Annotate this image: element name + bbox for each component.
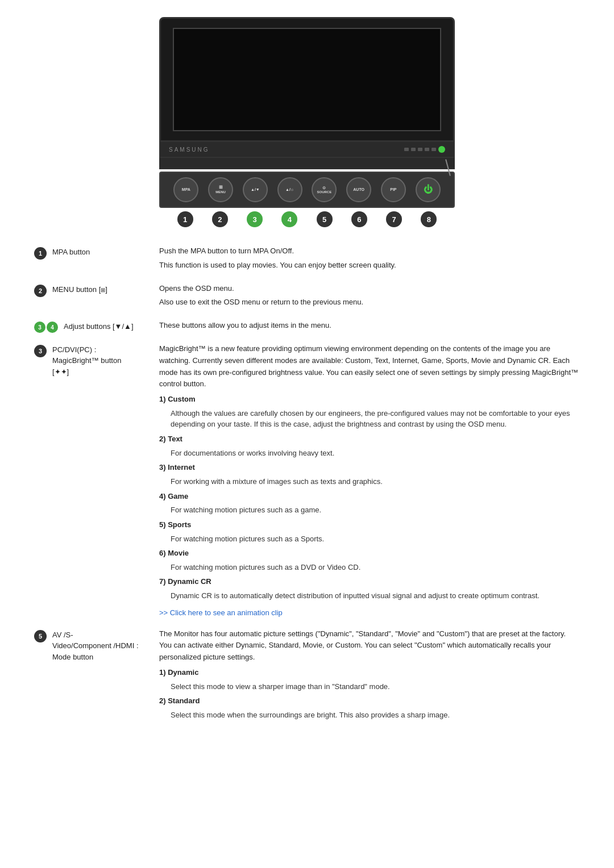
subitem-text-desc: For documentations or works involving he…: [171, 448, 580, 459]
menu-desc-1: Opens the OSD menu.: [159, 283, 580, 295]
bullet-3: 3: [34, 322, 45, 333]
avmode-standard-label: 2) Standard: [159, 695, 580, 707]
pip-label: PIP: [390, 187, 396, 192]
power-button[interactable]: ⏻: [416, 177, 441, 202]
menu-button[interactable]: ⊞ MENU: [208, 177, 233, 202]
source-icon: ⊙: [322, 186, 326, 190]
monitor-bezel-bottom: SAMSUNG: [159, 142, 455, 158]
mpa-button[interactable]: MPA: [173, 177, 198, 202]
entry-adjust-left: 3 4 Adjust buttons [▼/▲]: [34, 320, 159, 333]
mpa-desc: Push the MPA button to turn MPA On/Off. …: [159, 245, 580, 274]
adjust-label: ▲/▼: [251, 187, 260, 192]
light-3: [418, 148, 422, 151]
magicbright-button[interactable]: ▲/☼: [277, 177, 302, 202]
bullet-2: 2: [34, 285, 47, 297]
entry-avmode: 5 AV /S-Video/Component /HDMI :Mode butt…: [34, 628, 580, 723]
magicbright-label: ▲/☼: [285, 187, 294, 192]
entry-adjust: 3 4 Adjust buttons [▼/▲] These buttons a…: [34, 320, 580, 334]
subitem-dynamiccr-desc: Dynamic CR is to automatically detect di…: [171, 590, 580, 602]
magicbright-intro: MagicBright™ is a new feature providing …: [159, 343, 580, 390]
bullet-4: 4: [47, 322, 58, 333]
avmode-desc: The Monitor has four automatic picture s…: [159, 628, 580, 723]
num-4: 4: [281, 211, 297, 227]
monitor-wrapper: SAMSUNG MPA ⊞: [159, 17, 455, 228]
light-6: [438, 146, 445, 153]
light-1: [404, 148, 409, 151]
bullet-1: 1: [34, 247, 47, 260]
numbers-row: 1 2 3 4 5 6 7 8: [159, 208, 455, 228]
entry-menu: 2 MENU button [⊞] Opens the OSD menu. Al…: [34, 283, 580, 311]
monitor-screen: [173, 28, 442, 131]
menu-title: MENU button [⊞]: [52, 284, 107, 295]
animation-link[interactable]: >> Click here to see an animation clip: [159, 607, 283, 619]
bullet-5: 5: [34, 630, 47, 642]
menu-icon: ⊞: [219, 185, 223, 190]
avmode-title: AV /S-Video/Component /HDMI :Mode button: [52, 629, 139, 663]
avmode-standard-desc: Select this mode when the surroundings a…: [171, 710, 580, 721]
entry-avmode-left: 5 AV /S-Video/Component /HDMI :Mode butt…: [34, 628, 159, 663]
bullet-3b: 3: [34, 345, 47, 357]
monitor-lights: [404, 146, 445, 153]
adjust-button[interactable]: ▲/▼: [243, 177, 268, 202]
power-icon: ⏻: [424, 185, 433, 195]
menu-desc-2: Also use to exit the OSD menu or return …: [159, 297, 580, 308]
adjust-desc: These buttons allow you to adjust items …: [159, 320, 580, 334]
pip-button[interactable]: PIP: [381, 177, 406, 202]
light-4: [425, 148, 429, 151]
light-5: [432, 148, 436, 151]
monitor-buttons-bar: MPA ⊞ MENU ▲/▼ ▲/☼ ⊙ SOURCE AUTO: [159, 172, 455, 208]
mpa-desc-2: This function is used to play movies. Yo…: [159, 260, 580, 272]
subitem-sports-desc: For watching motion pictures such as a S…: [171, 533, 580, 545]
num-7: 7: [386, 211, 402, 227]
entry-mpa-left: 1 MPA button: [34, 245, 159, 260]
num-2: 2: [212, 211, 228, 227]
subitem-sports-label: 5) Sports: [159, 519, 580, 531]
num-5: 5: [317, 211, 333, 227]
subitem-text-label: 2) Text: [159, 433, 580, 445]
subitem-dynamiccr-label: 7) Dynamic CR: [159, 576, 580, 588]
monitor-section: SAMSUNG MPA ⊞: [34, 17, 580, 228]
auto-button[interactable]: AUTO: [346, 177, 371, 202]
auto-label: AUTO: [353, 187, 364, 192]
source-button[interactable]: ⊙ SOURCE: [312, 177, 337, 202]
samsung-logo: SAMSUNG: [169, 147, 210, 153]
entry-mpa: 1 MPA button Push the MPA button to turn…: [34, 245, 580, 274]
subitem-movie-label: 6) Movie: [159, 548, 580, 560]
adjust-desc-1: These buttons allow you to adjust items …: [159, 320, 580, 332]
mpa-title: MPA button: [52, 247, 90, 258]
avmode-dynamic-desc: Select this mode to view a sharper image…: [171, 681, 580, 692]
entry-magicbright: 3 PC/DVI(PC) :MagicBright™ button[✦✦] Ma…: [34, 343, 580, 619]
subitem-movie-desc: For watching motion pictures such as a D…: [171, 562, 580, 573]
subitem-custom-label: 1) Custom: [159, 394, 580, 406]
monitor-body: [159, 17, 455, 142]
light-2: [411, 148, 416, 151]
subitem-game-desc: For watching motion pictures such as a g…: [171, 504, 580, 516]
subitem-game-label: 4) Game: [159, 491, 580, 503]
mpa-desc-1: Push the MPA button to turn MPA On/Off.: [159, 245, 580, 257]
magicbright-desc: MagicBright™ is a new feature providing …: [159, 343, 580, 619]
num-6: 6: [351, 211, 367, 227]
adjust-title: Adjust buttons [▼/▲]: [64, 321, 134, 332]
subitem-internet-label: 3) Internet: [159, 462, 580, 474]
subitem-internet-desc: For working with a mixture of images suc…: [171, 476, 580, 487]
entry-magicbright-left: 3 PC/DVI(PC) :MagicBright™ button[✦✦]: [34, 343, 159, 378]
avmode-intro: The Monitor has four automatic picture s…: [159, 628, 580, 663]
content-section: 1 MPA button Push the MPA button to turn…: [34, 245, 580, 723]
combined-bullet-34: 3 4: [34, 321, 58, 333]
subitem-custom-desc: Although the values are carefully chosen…: [171, 408, 580, 430]
magicbright-title: PC/DVI(PC) :MagicBright™ button[✦✦]: [52, 344, 121, 378]
num-1: 1: [177, 211, 193, 227]
menu-desc: Opens the OSD menu. Also use to exit the…: [159, 283, 580, 311]
monitor-stand: [159, 158, 455, 169]
page-container: SAMSUNG MPA ⊞: [0, 0, 614, 749]
num-3: 3: [247, 211, 263, 227]
num-8: 8: [421, 211, 437, 227]
source-label: SOURCE: [317, 190, 332, 194]
menu-label: MENU: [215, 190, 226, 194]
avmode-dynamic-label: 1) Dynamic: [159, 667, 580, 679]
mpa-label: MPA: [182, 187, 190, 192]
entry-menu-left: 2 MENU button [⊞]: [34, 283, 159, 297]
